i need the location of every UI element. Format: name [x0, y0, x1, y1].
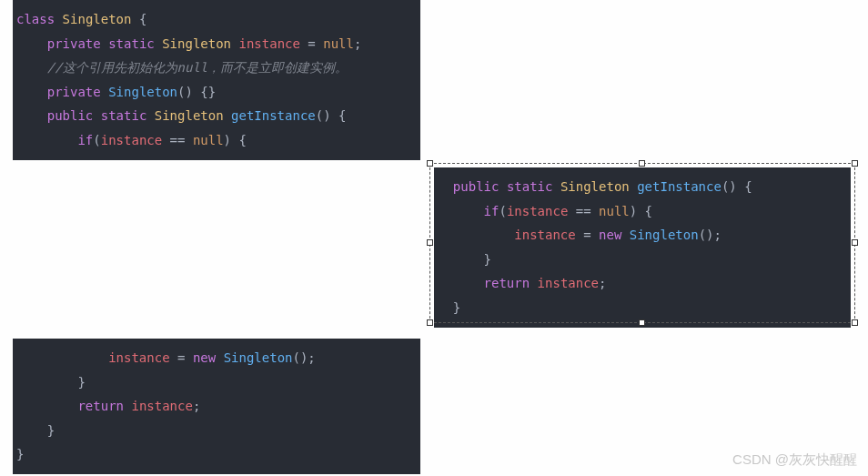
- parens: ();: [292, 350, 315, 365]
- keyword-new: new: [193, 350, 216, 365]
- type-singleton: Singleton: [155, 108, 224, 123]
- keyword-static: static: [108, 36, 155, 51]
- semi: ;: [193, 399, 200, 413]
- code-block-3: instance = new Singleton(); } return ins…: [13, 339, 420, 474]
- eqeq: ==: [568, 204, 599, 218]
- ctor-singleton: Singleton: [108, 85, 177, 99]
- eqeq: ==: [162, 133, 193, 147]
- type-singleton: Singleton: [560, 179, 630, 194]
- parens: () {: [316, 108, 347, 123]
- var-instance: instance: [507, 204, 568, 218]
- parens: () {}: [177, 85, 216, 99]
- paren-open: (: [499, 204, 506, 218]
- code-block-2: public static Singleton getInstance() { …: [434, 167, 851, 328]
- var-instance: instance: [131, 399, 192, 413]
- resize-handle-tl[interactable]: [427, 160, 433, 167]
- ctor-singleton: Singleton: [630, 228, 699, 242]
- keyword-null: null: [599, 204, 630, 218]
- brace-close: }: [484, 252, 491, 267]
- keyword-public: public: [47, 108, 94, 123]
- var-instance: instance: [108, 350, 169, 365]
- ctor-singleton: Singleton: [224, 350, 293, 365]
- keyword-return: return: [77, 399, 124, 413]
- func-getinstance: getInstance: [637, 179, 722, 194]
- brace-close: }: [453, 300, 460, 315]
- resize-handle-tm[interactable]: [639, 160, 645, 167]
- resize-handle-bl[interactable]: [427, 319, 433, 326]
- code-block-1: class Singleton { private static Singlet…: [13, 0, 420, 160]
- keyword-return: return: [484, 276, 530, 290]
- var-instance: instance: [101, 133, 162, 147]
- type-singleton: Singleton: [63, 12, 132, 26]
- keyword-class: class: [16, 12, 55, 26]
- brace-close: }: [77, 375, 85, 390]
- watermark-text: CSDN @灰灰快醒醒: [732, 451, 857, 469]
- keyword-if: if: [484, 204, 500, 218]
- func-getinstance: getInstance: [231, 108, 316, 123]
- paren-open: (: [93, 133, 100, 147]
- resize-handle-br[interactable]: [852, 319, 858, 326]
- type-singleton: Singleton: [162, 36, 231, 51]
- equals: =: [300, 36, 323, 51]
- brace-close: }: [47, 423, 55, 438]
- keyword-private: private: [47, 36, 101, 51]
- keyword-new: new: [599, 228, 621, 242]
- keyword-static: static: [507, 179, 553, 194]
- parens: ();: [699, 228, 722, 242]
- keyword-null: null: [193, 133, 224, 147]
- resize-handle-ml[interactable]: [427, 239, 433, 246]
- resize-handle-tr[interactable]: [852, 160, 858, 167]
- var-instance: instance: [538, 276, 599, 290]
- semi: ;: [354, 36, 361, 51]
- keyword-public: public: [453, 179, 500, 194]
- equals: =: [576, 228, 599, 242]
- resize-handle-mr[interactable]: [852, 239, 858, 246]
- parens: () {: [722, 179, 752, 194]
- keyword-private: private: [47, 85, 101, 99]
- paren-close: ) {: [630, 204, 652, 218]
- equals: =: [170, 350, 193, 365]
- keyword-null: null: [323, 36, 354, 51]
- keyword-if: if: [77, 133, 93, 147]
- brace: {: [131, 12, 146, 26]
- var-instance: instance: [238, 36, 299, 51]
- var-instance: instance: [514, 228, 575, 242]
- semi: ;: [599, 276, 606, 290]
- paren-close: ) {: [224, 133, 247, 147]
- comment-line: //这个引用先初始化为null，而不是立即创建实例。: [47, 60, 348, 75]
- brace-close: }: [16, 447, 24, 461]
- keyword-static: static: [101, 108, 147, 123]
